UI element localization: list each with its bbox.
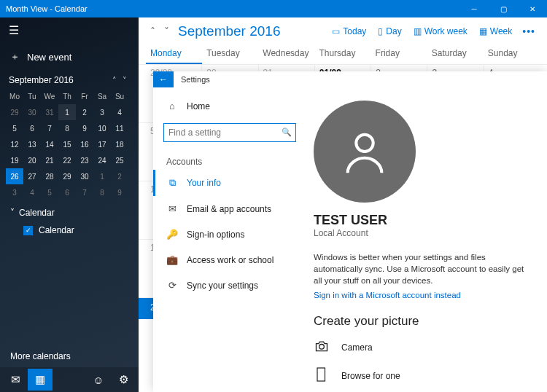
- mini-day-cell[interactable]: 11: [111, 120, 128, 136]
- sync-icon: ⟳: [166, 280, 178, 291]
- mini-day-cell[interactable]: 2: [111, 168, 128, 184]
- mail-icon: ✉: [166, 203, 178, 214]
- prev-month-button[interactable]: ˄: [146, 26, 160, 37]
- day-header-cell[interactable]: Saturday: [427, 45, 484, 64]
- nav-home[interactable]: ⌂ Home: [153, 93, 306, 119]
- signin-microsoft-link[interactable]: Sign in with a Microsoft account instead: [314, 291, 529, 299]
- sync-description: Windows is better when your settings and…: [314, 251, 529, 286]
- create-picture-header: Create your picture: [314, 314, 529, 329]
- month-prev-button[interactable]: ˄: [109, 76, 120, 85]
- workweek-icon: ▥: [414, 26, 422, 36]
- mail-icon[interactable]: ✉: [3, 369, 28, 391]
- day-view-button[interactable]: ▯Day: [372, 26, 407, 36]
- mini-day-cell[interactable]: 22: [58, 152, 76, 168]
- mini-day-cell[interactable]: 4: [111, 104, 128, 120]
- settings-search-input[interactable]: [163, 123, 296, 142]
- mini-day-cell[interactable]: 6: [23, 120, 41, 136]
- maximize-button[interactable]: ▢: [489, 0, 518, 17]
- mini-day-cell[interactable]: 20: [23, 152, 41, 168]
- settings-content: TEST USER Local Account Windows is bette…: [306, 87, 547, 392]
- mini-day-cell[interactable]: 18: [111, 136, 128, 152]
- settings-window: ← Settings ⌂ Home 🔍 Accounts ⧉ Your info…: [153, 71, 547, 392]
- week-icon: ▦: [479, 26, 487, 36]
- user-avatar: [314, 101, 416, 203]
- mini-day-cell[interactable]: 2: [76, 104, 93, 120]
- mini-day-cell[interactable]: 28: [41, 168, 58, 184]
- mini-day-cell[interactable]: 1: [58, 104, 76, 120]
- mini-day-cell[interactable]: 5: [6, 120, 23, 136]
- mini-day-cell[interactable]: 1: [93, 168, 111, 184]
- feedback-icon[interactable]: ☺: [86, 369, 111, 391]
- mini-day-cell[interactable]: 14: [41, 136, 58, 152]
- new-event-button[interactable]: ＋ New event: [0, 43, 139, 71]
- briefcase-icon: 💼: [166, 254, 178, 265]
- mini-day-cell[interactable]: 25: [111, 152, 128, 168]
- day-header-cell[interactable]: Sunday: [484, 45, 540, 64]
- close-button[interactable]: ✕: [518, 0, 547, 17]
- back-button[interactable]: ←: [153, 71, 174, 87]
- mini-day-cell[interactable]: 10: [93, 120, 111, 136]
- workweek-view-button[interactable]: ▥Work week: [408, 26, 473, 36]
- week-view-button[interactable]: ▦Week: [473, 26, 518, 36]
- month-next-button[interactable]: ˅: [120, 76, 130, 85]
- mini-day-cell[interactable]: 31: [41, 104, 58, 120]
- mini-day-cell[interactable]: 5: [41, 184, 58, 200]
- mini-day-cell[interactable]: 16: [76, 136, 93, 152]
- camera-option[interactable]: Camera: [314, 339, 529, 356]
- mini-day-cell[interactable]: 29: [6, 104, 23, 120]
- nav-your-info[interactable]: ⧉ Your info: [153, 170, 306, 196]
- today-button[interactable]: ▭Today: [326, 26, 372, 36]
- mini-calendar: MoTuWeThFrSaSu 2930311234567891011121314…: [0, 88, 139, 200]
- svg-point-0: [356, 135, 373, 152]
- day-header-cell[interactable]: Wednesday: [258, 45, 314, 64]
- day-header-cell[interactable]: Tuesday: [202, 45, 258, 64]
- day-header-cell[interactable]: Friday: [371, 45, 427, 64]
- browse-option[interactable]: Browse for one: [314, 366, 529, 385]
- mini-day-cell[interactable]: 3: [93, 104, 111, 120]
- day-header-cell[interactable]: Monday: [146, 45, 202, 64]
- mini-day-cell[interactable]: 12: [6, 136, 23, 152]
- mini-day-cell[interactable]: 8: [58, 120, 76, 136]
- mini-day-cell[interactable]: 3: [6, 184, 23, 200]
- mini-day-cell[interactable]: 19: [6, 152, 23, 168]
- nav-email-accounts[interactable]: ✉ Email & app accounts: [153, 196, 306, 222]
- calendar-icon[interactable]: ▦: [28, 369, 53, 391]
- mini-day-cell[interactable]: 30: [23, 104, 41, 120]
- mini-day-cell[interactable]: 27: [23, 168, 41, 184]
- nav-sync-settings[interactable]: ⟳ Sync your settings: [153, 273, 306, 298]
- mini-day-cell[interactable]: 8: [93, 184, 111, 200]
- mini-day-cell[interactable]: 7: [76, 184, 93, 200]
- mini-day-cell[interactable]: 4: [23, 184, 41, 200]
- sidebar-bottom-bar: ✉ ▦ ☺ ⚙: [0, 367, 139, 392]
- user-name: TEST USER: [314, 213, 529, 228]
- accounts-header: Accounts: [153, 149, 306, 170]
- mini-day-cell[interactable]: 13: [23, 136, 41, 152]
- nav-access-work[interactable]: 💼 Access work or school: [153, 247, 306, 273]
- mini-month-header: September 2016 ˄ ˅: [0, 71, 139, 88]
- nav-signin-options[interactable]: 🔑 Sign-in options: [153, 222, 306, 247]
- more-options-button[interactable]: •••: [518, 26, 540, 37]
- mini-day-cell[interactable]: 29: [58, 168, 76, 184]
- mini-day-cell[interactable]: 9: [111, 184, 128, 200]
- calendar-section-toggle[interactable]: ˅ Calendar: [0, 200, 139, 221]
- new-event-label: New event: [27, 52, 71, 63]
- mini-day-cell[interactable]: 17: [93, 136, 111, 152]
- settings-icon[interactable]: ⚙: [111, 369, 136, 391]
- mini-day-cell[interactable]: 21: [41, 152, 58, 168]
- calendar-checkbox-item[interactable]: ✓ Calendar: [0, 221, 139, 240]
- mini-day-cell[interactable]: 6: [58, 184, 76, 200]
- minimize-button[interactable]: ─: [459, 0, 489, 17]
- mini-day-cell[interactable]: 9: [76, 120, 93, 136]
- next-month-button[interactable]: ˅: [160, 26, 174, 37]
- mini-day-cell[interactable]: 30: [76, 168, 93, 184]
- mini-day-cell[interactable]: 7: [41, 120, 58, 136]
- home-icon: ⌂: [166, 101, 178, 111]
- hamburger-icon[interactable]: ☰: [0, 17, 139, 43]
- mini-day-cell[interactable]: 23: [76, 152, 93, 168]
- mini-day-cell[interactable]: 24: [93, 152, 111, 168]
- more-calendars-button[interactable]: More calendars: [0, 345, 139, 367]
- day-header-cell[interactable]: Thursday: [314, 45, 371, 64]
- mini-day-cell[interactable]: 15: [58, 136, 76, 152]
- person-card-icon: ⧉: [166, 177, 178, 189]
- mini-day-cell[interactable]: 26: [6, 168, 23, 184]
